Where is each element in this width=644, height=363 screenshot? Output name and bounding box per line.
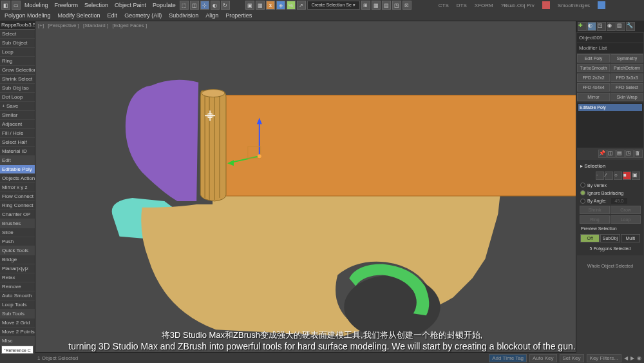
color-swatch[interactable] xyxy=(542,1,550,9)
sidebar-item[interactable]: Material ID xyxy=(0,147,35,156)
tool-icon[interactable]: 3 xyxy=(266,1,275,10)
sidebar-item[interactable]: Brushes xyxy=(0,219,35,228)
addtimetag[interactable]: Add Time Tag xyxy=(489,354,527,362)
tool-icon[interactable]: ▭ xyxy=(12,1,21,10)
display-tab[interactable]: ▤ xyxy=(616,22,625,31)
ring-btn[interactable]: Ring xyxy=(580,215,610,224)
sidebar-item[interactable]: Ring xyxy=(0,57,35,66)
modifier-btn[interactable]: TurboSmooth xyxy=(577,64,610,72)
tool-icon[interactable]: ◧ xyxy=(1,1,10,10)
preview-subobj[interactable]: SubObj xyxy=(600,234,620,242)
sidebar-item[interactable]: Loop xyxy=(0,48,35,57)
viewport-canvas[interactable] xyxy=(35,21,576,352)
border-mode[interactable]: ○ xyxy=(614,172,622,180)
menu-polygon[interactable]: Polygon Modeling xyxy=(1,11,54,20)
sidebar-item[interactable]: Loop Tools xyxy=(0,300,35,309)
sidebar-item[interactable]: Ring Connect xyxy=(0,201,35,210)
tool-icon[interactable]: ⊡ xyxy=(402,1,412,10)
nav-icon[interactable]: ▶ xyxy=(630,355,634,361)
tool-icon[interactable]: ⊹ xyxy=(200,1,209,10)
utilities-tab[interactable]: 🔧 xyxy=(626,22,635,31)
menu-modifysel[interactable]: Modify Selection xyxy=(55,11,104,20)
selection-header[interactable]: ▸ Selection xyxy=(579,162,641,170)
hierarchy-tab[interactable]: ◳ xyxy=(597,22,606,31)
modifier-stack[interactable]: Editable Poly xyxy=(577,103,643,148)
pin-icon[interactable]: 📌 xyxy=(598,150,607,158)
sidebar-item[interactable]: Objects Actions xyxy=(0,174,35,183)
sidebar-item[interactable]: Grow Selection xyxy=(0,66,35,75)
tool-icon[interactable]: ◫ xyxy=(190,1,199,10)
tool-icon[interactable]: ↻ xyxy=(221,1,230,10)
tool-icon[interactable]: ◳ xyxy=(392,1,401,10)
preview-multi[interactable]: Multi xyxy=(621,234,640,242)
sidebar-item[interactable]: Slide xyxy=(0,228,35,237)
tool-icon[interactable]: ▤ xyxy=(382,1,391,10)
vp-edged[interactable]: [Edged Faces ] xyxy=(111,23,148,28)
sidebar-item[interactable]: Auto Smooth xyxy=(0,291,35,300)
shrink-btn[interactable]: Shrink xyxy=(580,206,610,214)
vp-standard[interactable]: [Standard ] xyxy=(82,23,109,28)
label-dts[interactable]: DTS xyxy=(457,3,467,8)
angle-value[interactable]: 45.0 xyxy=(611,198,628,204)
autokey-btn[interactable]: Auto Key xyxy=(529,354,556,362)
sidebar-item[interactable]: Fill / Hole xyxy=(0,129,35,138)
label-subobj[interactable]: ?Bsub-Obj Prv xyxy=(501,3,535,8)
vertex-mode[interactable]: · xyxy=(596,172,604,180)
nav-icon[interactable]: ◀ xyxy=(624,355,628,361)
menu-edit[interactable]: Edit xyxy=(104,11,121,20)
sidebar-item[interactable]: Flow Connect xyxy=(0,192,35,201)
sidebar-item[interactable]: Select xyxy=(0,30,35,39)
stack-icon[interactable]: ◳ xyxy=(625,150,634,158)
menu-properties[interactable]: Properties xyxy=(222,11,255,20)
tool-icon[interactable]: ◐ xyxy=(211,1,220,10)
sidebar-item[interactable]: Editable Poly xyxy=(0,165,35,174)
loop-btn[interactable]: Loop xyxy=(611,215,641,224)
motion-tab[interactable]: ◉ xyxy=(607,22,616,31)
modifier-btn[interactable]: FFD 4x4x4 xyxy=(577,83,610,92)
sidebar-item[interactable]: Adjacent xyxy=(0,120,35,129)
menu-modeling[interactable]: Modeling xyxy=(22,1,51,10)
sidebar-item[interactable]: Planar|x|y|z xyxy=(0,264,35,273)
sidebar-item[interactable]: Push xyxy=(0,237,35,246)
tool-icon[interactable]: ▦ xyxy=(256,1,265,10)
tool-icon[interactable]: % xyxy=(287,1,296,10)
label-smoothedges[interactable]: SmoothEdges xyxy=(558,3,590,8)
vp-plus[interactable]: [+] xyxy=(37,23,45,28)
setkey-btn[interactable]: Set Key xyxy=(560,354,584,362)
stack-icon[interactable]: ◫ xyxy=(607,150,616,158)
poly-mode[interactable]: ■ xyxy=(623,172,631,180)
sidebar-item[interactable]: Move 2 Grid xyxy=(0,319,35,328)
sidebar-item[interactable]: Edit xyxy=(0,156,35,165)
sidebar-item[interactable]: Bridge xyxy=(0,255,35,264)
tool-icon[interactable]: ↗ xyxy=(297,1,306,10)
sidebar-item[interactable]: Mirror x y z xyxy=(0,183,35,192)
viewport[interactable]: [+] [Perspective ] [Standard ] [Edged Fa… xyxy=(35,21,576,353)
object-name-field[interactable]: Object005 xyxy=(577,33,643,43)
reference-corner[interactable]: "Reference C xyxy=(1,346,33,354)
sidebar-item[interactable]: Similar xyxy=(0,111,35,120)
tool-icon[interactable]: ▦ xyxy=(372,1,381,10)
modify-tab[interactable]: ◐ xyxy=(587,22,596,31)
stack-icon[interactable]: ▤ xyxy=(616,150,625,158)
byvertex-check[interactable] xyxy=(580,182,585,188)
tool-icon[interactable]: ▣ xyxy=(245,1,254,10)
modifier-btn[interactable]: Edit Poly xyxy=(577,54,610,63)
menu-align[interactable]: Align xyxy=(202,11,222,20)
sidebar-item[interactable]: Move 2 Points xyxy=(0,328,35,337)
create-tab[interactable]: ✚ xyxy=(578,22,587,31)
label-xform[interactable]: XFORM xyxy=(475,3,493,8)
modifier-btn[interactable]: FFD 2x2x2 xyxy=(577,74,610,82)
dropdown[interactable]: Create Selection Se ▾ xyxy=(307,1,360,10)
nav-icon[interactable]: ◉ xyxy=(637,355,641,361)
menu-populate[interactable]: Populate xyxy=(150,1,178,10)
backfacing-check[interactable] xyxy=(580,190,585,195)
grow-btn[interactable]: Grow xyxy=(611,206,641,214)
trash-icon[interactable]: 🗑 xyxy=(634,150,643,158)
sidebar-item[interactable]: Remove xyxy=(0,282,35,291)
modifier-btn[interactable]: Skin Wrap xyxy=(611,93,643,101)
modifier-btn[interactable]: FFD 3x3x3 xyxy=(611,74,643,82)
tool-icon[interactable]: ⊞ xyxy=(361,1,370,10)
sidebar-item[interactable]: Dot Loop xyxy=(0,93,35,102)
keyfilters-btn[interactable]: Key Filters... xyxy=(587,354,621,362)
modifier-btn[interactable]: Mirror xyxy=(577,93,610,101)
